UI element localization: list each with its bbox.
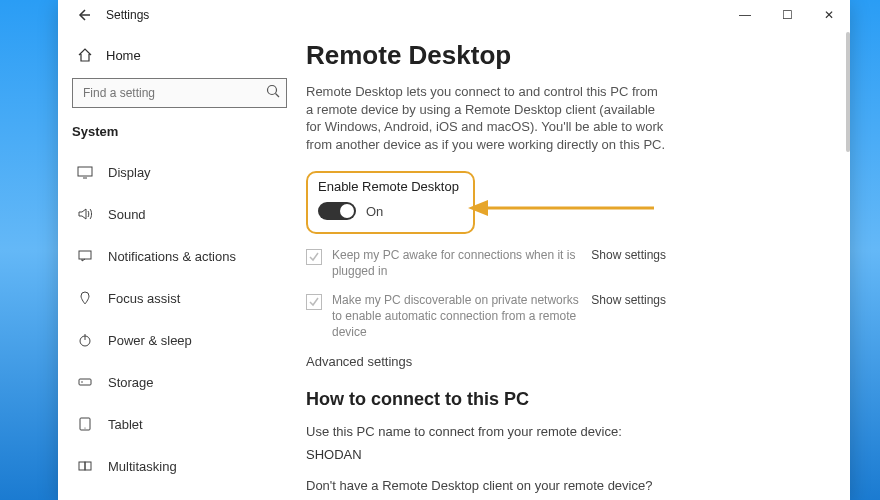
home-nav[interactable]: Home: [72, 38, 292, 72]
client-question-link[interactable]: Don't have a Remote Desktop client on yo…: [306, 478, 822, 493]
svg-rect-13: [85, 462, 91, 470]
nav-label: Focus assist: [108, 291, 180, 306]
settings-window: Settings — ☐ ✕ Home System: [58, 0, 850, 500]
home-icon: [76, 46, 94, 64]
nav-multitasking[interactable]: Multitasking: [72, 449, 292, 483]
nav-notifications[interactable]: Notifications & actions: [72, 239, 292, 273]
nav-power-sleep[interactable]: Power & sleep: [72, 323, 292, 357]
group-system: System: [72, 124, 292, 139]
pc-name: SHODAN: [306, 447, 822, 462]
svg-rect-8: [79, 379, 91, 385]
svg-point-9: [81, 381, 83, 383]
how-to-connect-text: Use this PC name to connect from your re…: [306, 424, 822, 439]
nav-label: Notifications & actions: [108, 249, 236, 264]
home-label: Home: [106, 48, 141, 63]
nav-label: Multitasking: [108, 459, 177, 474]
enable-remote-desktop-group: Enable Remote Desktop On: [306, 171, 475, 234]
show-settings-link-1[interactable]: Show settings: [591, 248, 666, 262]
discoverable-row: Make my PC discoverable on private netwo…: [306, 293, 666, 340]
titlebar: Settings — ☐ ✕: [58, 0, 850, 30]
svg-rect-3: [78, 167, 92, 176]
window-controls: — ☐ ✕: [724, 0, 850, 30]
show-settings-link-2[interactable]: Show settings: [591, 293, 666, 307]
sidebar: Home System Display Sound Notifications …: [58, 30, 306, 500]
minimize-button[interactable]: —: [724, 0, 766, 30]
nav-tablet[interactable]: Tablet: [72, 407, 292, 441]
notifications-icon: [76, 247, 94, 265]
focus-icon: [76, 289, 94, 307]
svg-point-1: [268, 86, 277, 95]
back-button[interactable]: [72, 4, 94, 26]
display-icon: [76, 163, 94, 181]
toggle-label: Enable Remote Desktop: [318, 179, 459, 194]
toggle-row: On: [318, 202, 459, 220]
advanced-settings-link[interactable]: Advanced settings: [306, 354, 822, 369]
scrollbar[interactable]: [846, 30, 850, 500]
keep-awake-row: Keep my PC awake for connections when it…: [306, 248, 666, 279]
nav-sound[interactable]: Sound: [72, 197, 292, 231]
nav-projecting[interactable]: Projecting to this PC: [72, 491, 292, 500]
enable-remote-desktop-toggle[interactable]: [318, 202, 356, 220]
power-icon: [76, 331, 94, 349]
nav-label: Tablet: [108, 417, 143, 432]
keep-awake-label: Keep my PC awake for connections when it…: [332, 248, 581, 279]
toggle-knob: [340, 204, 354, 218]
nav-label: Power & sleep: [108, 333, 192, 348]
svg-rect-12: [79, 462, 85, 470]
svg-point-11: [84, 427, 85, 428]
how-to-connect-title: How to connect to this PC: [306, 389, 822, 410]
toggle-state: On: [366, 204, 383, 219]
svg-line-2: [276, 94, 280, 98]
sound-icon: [76, 205, 94, 223]
nav-storage[interactable]: Storage: [72, 365, 292, 399]
page-title: Remote Desktop: [306, 40, 822, 71]
search-icon: [265, 83, 281, 103]
nav-focus-assist[interactable]: Focus assist: [72, 281, 292, 315]
scrollbar-thumb[interactable]: [846, 32, 850, 152]
main-panel: Remote Desktop Remote Desktop lets you c…: [306, 30, 850, 500]
nav-label: Storage: [108, 375, 154, 390]
svg-rect-5: [79, 251, 91, 259]
search-box[interactable]: [72, 78, 287, 108]
search-input[interactable]: [72, 78, 287, 108]
maximize-button[interactable]: ☐: [766, 0, 808, 30]
callout-arrow-icon: [466, 196, 656, 224]
discoverable-label: Make my PC discoverable on private netwo…: [332, 293, 581, 340]
keep-awake-checkbox[interactable]: [306, 249, 322, 265]
page-description: Remote Desktop lets you connect to and c…: [306, 83, 666, 153]
window-title: Settings: [106, 8, 149, 22]
nav-label: Display: [108, 165, 151, 180]
content-area: Home System Display Sound Notifications …: [58, 30, 850, 500]
close-button[interactable]: ✕: [808, 0, 850, 30]
storage-icon: [76, 373, 94, 391]
discoverable-checkbox[interactable]: [306, 294, 322, 310]
multitask-icon: [76, 457, 94, 475]
tablet-icon: [76, 415, 94, 433]
nav-label: Sound: [108, 207, 146, 222]
nav-display[interactable]: Display: [72, 155, 292, 189]
